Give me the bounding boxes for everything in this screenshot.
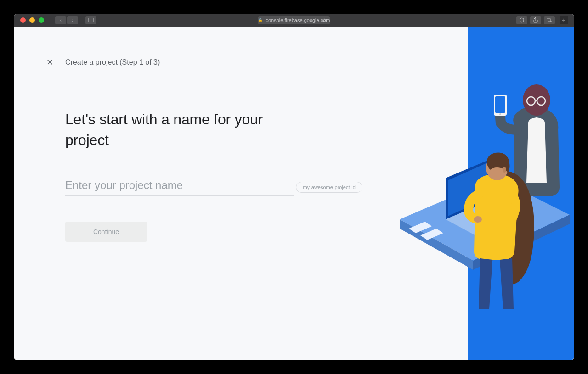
- svg-rect-0: [88, 18, 94, 22]
- svg-rect-3: [548, 18, 552, 22]
- share-button[interactable]: [530, 16, 541, 24]
- back-button[interactable]: ‹: [55, 16, 66, 24]
- address-bar[interactable]: 🔒 console.firebase.google.com ⟳: [258, 16, 330, 24]
- nav-arrows: ‹ ›: [55, 16, 78, 24]
- close-icon[interactable]: ✕: [45, 58, 54, 67]
- svg-point-21: [499, 113, 501, 115]
- content-area: ✕ Create a project (Step 1 of 3) Let's s…: [14, 27, 574, 360]
- svg-point-24: [474, 216, 482, 223]
- url-text: console.firebase.google.com: [266, 17, 330, 23]
- continue-button[interactable]: Continue: [65, 222, 147, 242]
- close-window-button[interactable]: [20, 17, 26, 23]
- window-controls: [20, 17, 44, 23]
- privacy-report-button[interactable]: [516, 16, 527, 24]
- new-tab-button[interactable]: +: [560, 16, 568, 24]
- illustration-panel: [468, 27, 574, 360]
- lock-icon: 🔒: [258, 18, 263, 22]
- tabs-button[interactable]: [544, 16, 555, 24]
- browser-toolbar: ‹ › 🔒 console.firebase.google.com ⟳ +: [14, 14, 574, 27]
- project-id-chip: my-awesome-project-id: [296, 182, 362, 193]
- breadcrumb: Create a project (Step 1 of 3): [65, 58, 160, 67]
- forward-button[interactable]: ›: [67, 16, 78, 24]
- page-title: Let's start with a name for your project: [65, 109, 272, 151]
- minimize-window-button[interactable]: [29, 17, 35, 23]
- refresh-icon[interactable]: ⟳: [322, 17, 327, 23]
- sidebar-toggle-button[interactable]: [85, 16, 96, 24]
- illustration-image: [377, 54, 574, 311]
- browser-window: ‹ › 🔒 console.firebase.google.com ⟳ +: [14, 14, 574, 360]
- maximize-window-button[interactable]: [39, 17, 44, 23]
- project-name-input[interactable]: [65, 176, 294, 196]
- svg-rect-20: [495, 96, 505, 113]
- svg-point-23: [503, 167, 506, 173]
- right-toolbar: +: [516, 16, 568, 24]
- svg-rect-2: [547, 19, 551, 22]
